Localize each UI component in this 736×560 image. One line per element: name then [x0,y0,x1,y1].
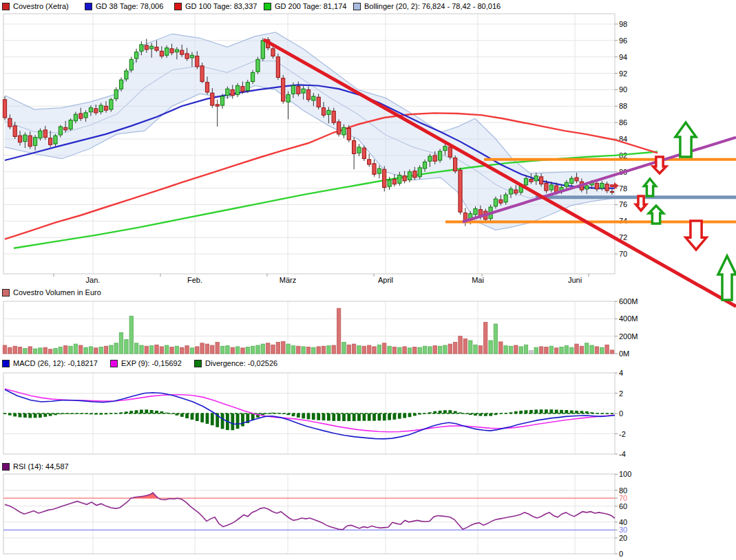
svg-text:-2: -2 [619,430,626,438]
legend-label: MACD (26, 12): -0,18217 [13,359,98,367]
svg-text:98: 98 [619,20,627,28]
gd200-swatch-icon [264,3,271,10]
svg-text:-4: -4 [619,450,626,458]
svg-text:20: 20 [619,534,627,542]
legend-label: GD 200 Tage: 81,174 [275,2,346,10]
svg-text:600M: 600M [619,297,638,305]
svg-text:30: 30 [619,526,627,534]
legend-item-gd38: GD 38 Tage: 78,006 [85,2,163,10]
svg-text:90: 90 [619,85,627,94]
gd100-swatch-icon [174,3,182,10]
volume-legend-row: Covestro Volumen in Euro [0,288,736,298]
volume-series [3,308,613,354]
legend-item-macd: MACD (26, 12): -0,18217 [2,359,98,367]
svg-text:96: 96 [619,36,627,45]
down-arrow-annotation [653,157,666,173]
svg-text:April: April [378,276,393,284]
gd38-swatch-icon [85,3,92,10]
divergence-swatch-icon [194,360,202,367]
svg-text:Jan.: Jan. [86,276,101,284]
svg-text:0: 0 [619,550,623,558]
trend-annotations [264,40,736,307]
bollinger-band [5,32,615,230]
svg-text:Feb.: Feb. [187,276,202,284]
svg-text:76: 76 [619,200,627,208]
svg-text:88: 88 [619,102,627,110]
legend-item-gd100: GD 100 Tage: 83,337 [174,2,257,10]
signal-arrows [636,122,736,300]
macd-legend-row: MACD (26, 12): -0,18217 EXP (9): -0,1569… [0,359,736,369]
symbol-swatch-icon [2,3,10,10]
legend-item-volume: Covestro Volumen in Euro [2,288,101,297]
bollinger-swatch-icon [353,3,361,10]
legend-label: GD 38 Tage: 78,006 [96,2,163,10]
stock-chart-svg: 989694929088868482807876747270600M400M20… [0,0,736,560]
macd-signal-line [5,389,615,432]
legend-label: Bollinger (20, 2): 76,824 - 78,42 - 80,0… [364,2,501,10]
volume-swatch-icon [2,289,10,297]
rsi-legend-row: RSI (14): 44,587 [0,462,736,472]
svg-text:400M: 400M [619,314,638,323]
svg-text:4: 4 [619,369,623,377]
svg-text:92: 92 [619,69,627,78]
legend-label: EXP (9): -0,15692 [121,359,182,367]
svg-text:40: 40 [619,518,627,526]
down-arrow-annotation [636,196,646,211]
price-legend-row: Covestro (Xetra) GD 38 Tage: 78,006 GD 1… [0,2,736,12]
svg-text:0M: 0M [619,349,629,358]
svg-text:Juni: Juni [568,276,582,284]
legend-item-bollinger: Bollinger (20, 2): 76,824 - 78,42 - 80,0… [353,2,501,10]
up-arrow-annotation [644,179,656,196]
svg-text:60: 60 [619,502,627,510]
chart-page: 989694929088868482807876747270600M400M20… [0,0,736,560]
legend-label: RSI (14): 44,587 [13,462,69,471]
legend-item-rsi: RSI (14): 44,587 [2,462,69,471]
svg-text:70: 70 [619,494,627,502]
rsi-panel [3,493,615,530]
up-arrow-annotation [649,206,664,224]
macd-panel [3,389,615,439]
legend-label: Divergence: -0,02526 [205,359,277,367]
svg-text:78: 78 [619,184,627,193]
svg-text:2: 2 [619,389,623,398]
svg-text:94: 94 [619,53,627,61]
legend-label: Covestro (Xetra) [13,2,69,10]
legend-label: Covestro Volumen in Euro [13,288,101,297]
svg-text:200M: 200M [619,332,638,341]
macd-swatch-icon [2,360,10,367]
legend-label: GD 100 Tage: 83,337 [185,2,257,10]
svg-text:0: 0 [619,409,623,418]
legend-item-divergence: Divergence: -0,02526 [194,359,277,367]
legend-item-symbol: Covestro (Xetra) [2,2,69,10]
rsi-swatch-icon [2,463,10,471]
down-arrow-annotation [686,221,706,250]
svg-text:März: März [280,276,296,284]
svg-text:70: 70 [619,250,627,258]
legend-item-exp: EXP (9): -0,15692 [110,359,182,367]
legend-item-gd200: GD 200 Tage: 81,174 [264,2,346,10]
svg-text:80: 80 [619,486,627,495]
svg-text:Mai: Mai [472,276,484,284]
svg-text:86: 86 [619,118,627,127]
exp-swatch-icon [110,360,118,367]
